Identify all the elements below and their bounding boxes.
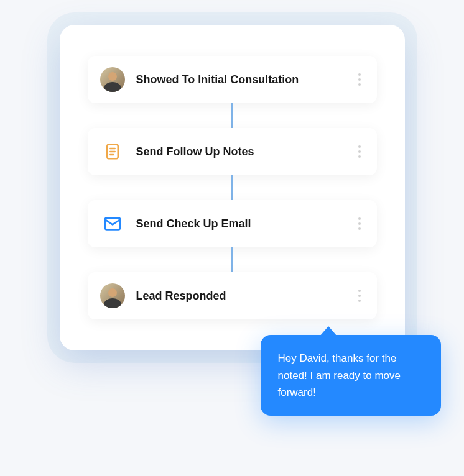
response-bubble: Hey David, thanks for the noted! I am re… [261, 335, 441, 416]
kebab-menu-icon[interactable] [355, 214, 364, 234]
workflow-panel: Showed To Initial Consultation Send Foll… [60, 25, 405, 350]
timeline: Showed To Initial Consultation Send Foll… [88, 56, 377, 319]
avatar-icon [100, 283, 125, 308]
timeline-connector [231, 103, 233, 128]
timeline-card[interactable]: Send Check Up Email [88, 200, 377, 247]
email-icon [100, 211, 125, 236]
response-message: Hey David, thanks for the noted! I am re… [278, 352, 401, 398]
card-title: Showed To Initial Consultation [136, 73, 343, 86]
timeline-card[interactable]: Lead Responded [88, 272, 377, 319]
card-title: Lead Responded [136, 290, 343, 303]
avatar-icon [100, 67, 125, 92]
timeline-card[interactable]: Showed To Initial Consultation [88, 56, 377, 103]
kebab-menu-icon[interactable] [355, 142, 364, 162]
timeline-connector [231, 247, 233, 272]
card-title: Send Follow Up Notes [136, 145, 343, 158]
notes-icon [100, 139, 125, 164]
timeline-connector [231, 175, 233, 200]
kebab-menu-icon[interactable] [355, 70, 364, 89]
kebab-menu-icon[interactable] [355, 286, 364, 306]
card-title: Send Check Up Email [136, 217, 343, 231]
timeline-card[interactable]: Send Follow Up Notes [88, 128, 377, 175]
